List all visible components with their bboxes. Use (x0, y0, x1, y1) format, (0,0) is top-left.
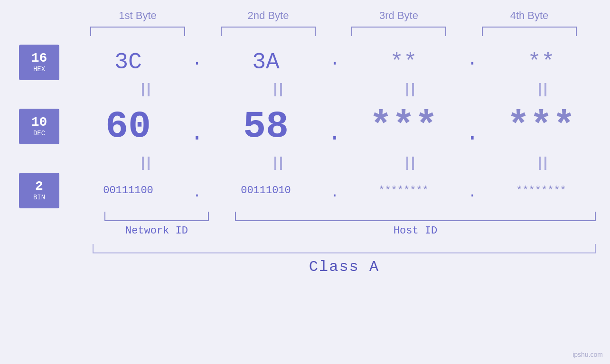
dec-row: 10 DEC 60 . 58 . *** . *** (0, 98, 610, 155)
dec-badge-label: DEC (33, 130, 45, 137)
bin-value-4: ******** (516, 185, 566, 196)
dec-dot-char-1: . (190, 121, 204, 146)
class-bracket-container: Class A (78, 244, 610, 276)
hex-byte-3: ** (356, 49, 451, 75)
hex-value-3: ** (390, 49, 417, 75)
bin-values-row: 00111100 . 00111010 . ******** . *******… (59, 180, 610, 201)
sep-bars-2 (78, 157, 610, 170)
sep-group-1 (98, 83, 193, 96)
dec-byte-2: 58 (218, 105, 313, 148)
watermark: ipshu.com (572, 351, 603, 358)
sep-group-3 (363, 83, 458, 96)
dec-dot-char-2: . (328, 121, 342, 146)
dec-value-4: *** (507, 105, 575, 148)
dec-values-row: 60 . 58 . *** . *** (59, 105, 610, 148)
sep-bars-1 (78, 83, 610, 96)
hex-row: 16 HEX 3C . 3A . ** . ** (0, 43, 610, 81)
network-id-label: Network ID (125, 225, 188, 237)
bin-byte-2: 00111010 (218, 185, 313, 196)
bin-byte-3: ******** (356, 185, 451, 196)
dec-value-1: 60 (105, 105, 151, 148)
hex-badge-number: 16 (31, 51, 47, 66)
hex-value-4: ** (527, 49, 555, 75)
hex-dot-1: . (190, 55, 204, 70)
hex-value-1: 3C (114, 49, 142, 75)
host-id-bracket (235, 212, 596, 221)
bottom-labels-section: Network ID Host ID (0, 212, 610, 237)
bin-value-2: 00111010 (241, 185, 291, 196)
hex-badge-label: HEX (33, 65, 45, 73)
byte-label-3: 3rd Byte (351, 9, 446, 22)
byte-label-1: 1st Byte (90, 9, 185, 22)
dec-byte-3: *** (356, 105, 451, 148)
bracket-top-3 (351, 27, 446, 36)
dec-value-2: 58 (243, 105, 289, 148)
bin-dot-3: . (465, 180, 479, 201)
bracket-top-2 (221, 27, 316, 36)
bin-badge-number: 2 (35, 179, 43, 194)
bin-badge: 2 BIN (19, 173, 59, 208)
host-id-group: Host ID (235, 212, 596, 237)
dec-dot-2: . (328, 106, 342, 146)
byte-label-4: 4th Byte (482, 9, 577, 22)
bottom-labels-area: Network ID Host ID (78, 212, 610, 237)
hex-byte-2: 3A (218, 49, 313, 75)
separator-2 (0, 155, 610, 171)
network-id-group: Network ID (93, 212, 221, 237)
network-id-bracket (104, 212, 209, 221)
hex-dot-3: . (465, 55, 479, 70)
hex-value-2: 3A (252, 49, 280, 75)
bin-row: 2 BIN 00111100 . 00111010 . ******** . (0, 171, 610, 209)
dec-dot-char-3: . (466, 121, 479, 146)
separator-1 (0, 81, 610, 98)
bin-value-1: 00111100 (103, 185, 153, 196)
bin-badge-label: BIN (33, 194, 45, 201)
bracket-top-4 (482, 27, 577, 36)
sep-group-2 (231, 83, 326, 96)
hex-dot-2: . (328, 55, 342, 70)
bin-dot-2: . (328, 180, 342, 201)
sep-group-4 (495, 83, 590, 96)
hex-badge: 16 HEX (19, 45, 59, 80)
hex-byte-4: ** (494, 49, 589, 75)
dec-value-3: *** (369, 105, 438, 148)
byte-labels-row: 1st Byte 2nd Byte 3rd Byte 4th Byte (73, 9, 595, 22)
dec-badge-number: 10 (31, 115, 47, 130)
class-label: Class A (93, 258, 596, 276)
class-row: Class A (0, 244, 610, 276)
bin-value-3: ******** (378, 185, 429, 196)
dec-badge: 10 DEC (19, 109, 59, 144)
byte-label-2: 2nd Byte (221, 9, 316, 22)
dec-byte-1: 60 (81, 105, 176, 148)
hex-values-row: 3C . 3A . ** . ** (59, 49, 610, 75)
host-id-label: Host ID (394, 225, 437, 237)
dec-dot-1: . (190, 106, 204, 146)
dec-dot-3: . (465, 106, 479, 146)
bin-byte-4: ******** (494, 185, 589, 196)
bracket-top-1 (90, 27, 185, 36)
bin-dot-1: . (190, 180, 204, 201)
bin-byte-1: 00111100 (81, 185, 176, 196)
main-container: 1st Byte 2nd Byte 3rd Byte 4th Byte 16 H… (0, 0, 610, 364)
dec-byte-4: *** (494, 105, 589, 148)
class-bracket (93, 244, 596, 253)
hex-byte-1: 3C (81, 49, 176, 75)
top-brackets (73, 27, 595, 36)
